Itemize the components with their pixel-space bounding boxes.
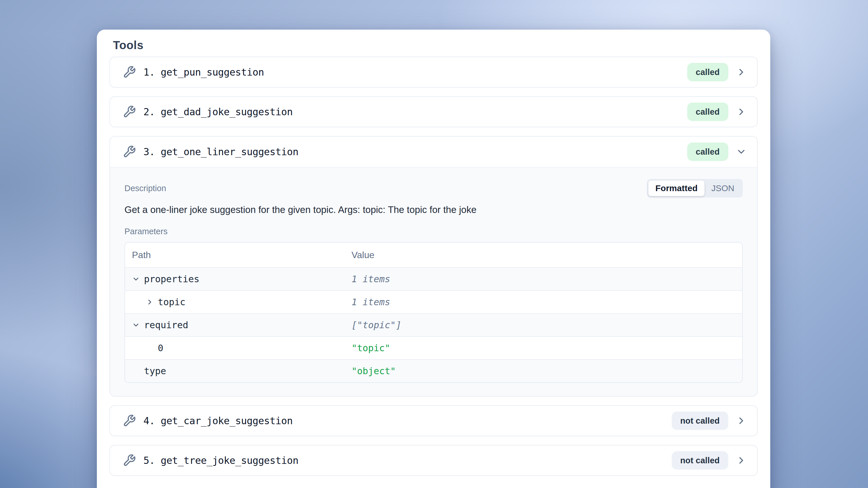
tool-row-3-left: 3. get_one_liner_suggestion <box>123 145 298 158</box>
tool-name: 1. get_pun_suggestion <box>144 66 264 78</box>
description-label: Description <box>124 184 166 193</box>
tool-row-4-left: 4. get_car_joke_suggestion <box>123 414 292 427</box>
param-row-properties[interactable]: properties 1 items <box>125 267 742 290</box>
status-badge: called <box>687 102 728 121</box>
wrench-icon <box>123 145 136 158</box>
param-key: properties <box>144 274 199 284</box>
tool-row-2[interactable]: 2. get_dad_joke_suggestion called <box>110 96 757 127</box>
param-row-type: type "object" <box>125 359 742 382</box>
path-column-header: Path <box>125 250 351 261</box>
tool-description: Get a one-liner joke suggestion for the … <box>124 204 743 215</box>
chevron-right-icon <box>736 67 747 78</box>
tool-row-4-right: not called <box>672 411 747 430</box>
param-row-topic[interactable]: topic 1 items <box>125 290 742 313</box>
chevron-right-icon <box>146 298 154 306</box>
chevron-down-icon <box>132 321 140 329</box>
chevron-down-icon <box>132 275 140 283</box>
tool-row-3-group: 3. get_one_liner_suggestion called Descr… <box>110 136 757 397</box>
wrench-icon <box>123 105 136 118</box>
value-column-header: Value <box>351 250 742 261</box>
param-key: topic <box>158 297 185 307</box>
param-row-required[interactable]: required ["topic"] <box>125 313 742 336</box>
chevron-down-icon <box>736 146 747 157</box>
tool-row-5[interactable]: 5. get_tree_joke_suggestion not called <box>110 445 757 476</box>
toggle-json-button[interactable]: JSON <box>705 181 741 196</box>
wrench-icon <box>123 414 136 427</box>
param-key: type <box>144 366 166 376</box>
tool-name: 5. get_tree_joke_suggestion <box>144 455 298 466</box>
param-key: required <box>144 319 188 331</box>
param-row-0: 0 "topic" <box>125 336 742 359</box>
tool-name: 3. get_one_liner_suggestion <box>144 146 298 157</box>
wrench-icon <box>123 65 136 79</box>
tool-row-3[interactable]: 3. get_one_liner_suggestion called <box>110 136 757 167</box>
tool-row-5-right: not called <box>672 451 747 469</box>
tool-row-1[interactable]: 1. get_pun_suggestion called <box>110 57 757 88</box>
tool-name: 2. get_dad_joke_suggestion <box>144 106 292 118</box>
tool-row-3-right: called <box>687 143 747 161</box>
chevron-right-icon <box>736 455 747 466</box>
param-key: 0 <box>158 342 163 354</box>
tool-name: 4. get_car_joke_suggestion <box>144 415 292 427</box>
status-badge: called <box>687 63 728 81</box>
tool-detail-panel: Description Formatted JSON Get a one-lin… <box>110 167 757 396</box>
param-value: 1 items <box>351 274 742 284</box>
param-value: "object" <box>351 366 742 376</box>
status-badge: not called <box>672 411 728 430</box>
tools-panel: Tools 1. get_pun_suggestion called <box>97 30 770 488</box>
param-value: ["topic"] <box>351 319 742 331</box>
tool-row-2-right: called <box>687 102 747 121</box>
tool-row-4[interactable]: 4. get_car_joke_suggestion not called <box>110 405 757 436</box>
toggle-formatted-button[interactable]: Formatted <box>648 181 705 196</box>
status-badge: called <box>687 143 728 161</box>
tool-row-5-left: 5. get_tree_joke_suggestion <box>123 454 298 467</box>
table-header-row: Path Value <box>125 243 742 267</box>
param-value: 1 items <box>351 297 742 307</box>
view-toggle: Formatted JSON <box>647 179 743 197</box>
param-value: "topic" <box>351 342 742 354</box>
parameters-table: Path Value properties 1 items <box>124 242 743 383</box>
chevron-right-icon <box>736 106 747 117</box>
tool-row-1-right: called <box>687 63 747 81</box>
wrench-icon <box>123 454 136 467</box>
tool-row-1-left: 1. get_pun_suggestion <box>123 65 264 79</box>
chevron-right-icon <box>736 415 747 426</box>
parameters-label: Parameters <box>124 227 743 236</box>
tool-row-2-left: 2. get_dad_joke_suggestion <box>123 105 292 118</box>
panel-title: Tools <box>113 38 757 52</box>
status-badge: not called <box>672 451 728 469</box>
